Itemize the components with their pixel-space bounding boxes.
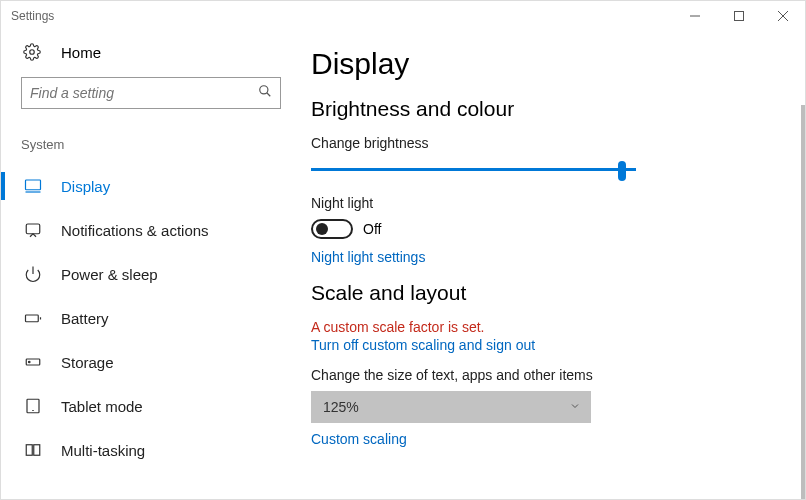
- minimize-button[interactable]: [673, 1, 717, 31]
- sidebar-item-storage[interactable]: Storage: [1, 340, 301, 384]
- svg-rect-11: [26, 315, 39, 322]
- sidebar-item-label: Tablet mode: [61, 398, 143, 415]
- nightlight-toggle[interactable]: [311, 219, 353, 239]
- nightlight-settings-link[interactable]: Night light settings: [311, 249, 775, 265]
- sidebar-item-label: Notifications & actions: [61, 222, 209, 239]
- search-icon: [258, 84, 272, 102]
- close-button[interactable]: [761, 1, 805, 31]
- slider-thumb[interactable]: [618, 161, 626, 181]
- toggle-knob: [316, 223, 328, 235]
- multitasking-icon: [23, 441, 43, 459]
- svg-rect-17: [26, 445, 32, 456]
- sidebar-item-label: Display: [61, 178, 110, 195]
- scrollbar[interactable]: [801, 105, 805, 499]
- svg-rect-9: [26, 224, 40, 234]
- category-label: System: [1, 129, 301, 164]
- home-label: Home: [61, 44, 101, 61]
- scale-warning: A custom scale factor is set.: [311, 319, 775, 335]
- svg-point-4: [30, 50, 35, 55]
- sidebar-item-label: Multi-tasking: [61, 442, 145, 459]
- tablet-icon: [23, 397, 43, 415]
- titlebar: Settings: [1, 1, 805, 31]
- brightness-label: Change brightness: [311, 135, 775, 151]
- sidebar-item-label: Storage: [61, 354, 114, 371]
- main-panel: Display Brightness and colour Change bri…: [301, 31, 805, 499]
- sidebar-item-label: Power & sleep: [61, 266, 158, 283]
- gear-icon: [23, 43, 43, 61]
- svg-point-5: [260, 86, 268, 94]
- chevron-down-icon: [569, 399, 581, 415]
- sidebar-item-label: Battery: [61, 310, 109, 327]
- maximize-button[interactable]: [717, 1, 761, 31]
- slider-track: [311, 168, 636, 171]
- svg-rect-7: [26, 180, 41, 190]
- sidebar-item-power[interactable]: Power & sleep: [1, 252, 301, 296]
- svg-rect-18: [34, 445, 40, 456]
- nightlight-label: Night light: [311, 195, 775, 211]
- window-title: Settings: [11, 9, 54, 23]
- sidebar: Home System Display Notifications & acti…: [1, 31, 301, 499]
- text-size-label: Change the size of text, apps and other …: [311, 367, 775, 383]
- sidebar-item-notifications[interactable]: Notifications & actions: [1, 208, 301, 252]
- svg-point-14: [29, 361, 31, 363]
- sidebar-item-tablet[interactable]: Tablet mode: [1, 384, 301, 428]
- sidebar-item-multitasking[interactable]: Multi-tasking: [1, 428, 301, 472]
- search-box[interactable]: [21, 77, 281, 109]
- page-title: Display: [311, 47, 775, 81]
- custom-scaling-link[interactable]: Custom scaling: [311, 431, 775, 447]
- battery-icon: [23, 309, 43, 327]
- svg-line-6: [267, 93, 271, 97]
- brightness-slider[interactable]: [311, 159, 636, 181]
- sidebar-item-display[interactable]: Display: [1, 164, 301, 208]
- svg-rect-1: [735, 12, 744, 21]
- power-icon: [23, 265, 43, 283]
- search-input[interactable]: [30, 85, 258, 101]
- home-button[interactable]: Home: [1, 31, 301, 73]
- sidebar-item-battery[interactable]: Battery: [1, 296, 301, 340]
- storage-icon: [23, 353, 43, 371]
- scaling-value: 125%: [323, 399, 359, 415]
- notifications-icon: [23, 221, 43, 239]
- scale-section-title: Scale and layout: [311, 281, 775, 305]
- turnoff-scaling-link[interactable]: Turn off custom scaling and sign out: [311, 337, 775, 353]
- window-controls: [673, 1, 805, 31]
- monitor-icon: [23, 177, 43, 195]
- brightness-section-title: Brightness and colour: [311, 97, 775, 121]
- scaling-dropdown[interactable]: 125%: [311, 391, 591, 423]
- nightlight-state: Off: [363, 221, 381, 237]
